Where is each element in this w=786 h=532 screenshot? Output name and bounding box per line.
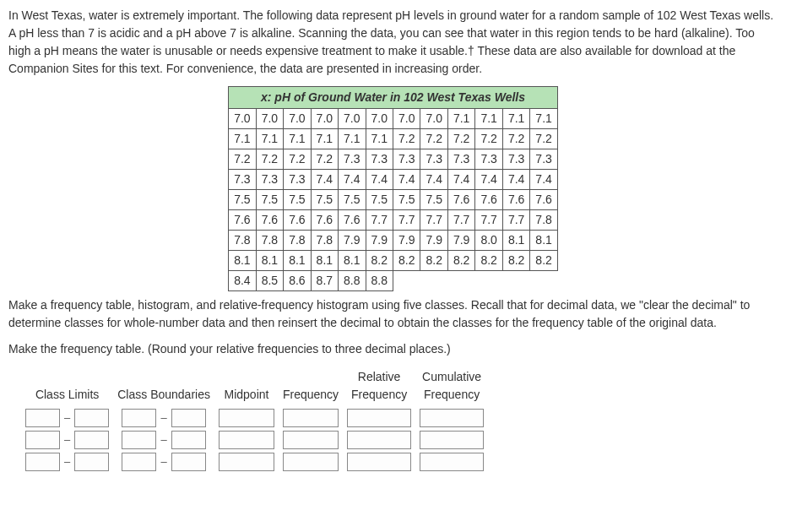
ph-data-cell: 8.2 [447,251,474,271]
ph-data-cell: 7.0 [256,109,283,129]
frequency-input[interactable] [283,409,339,427]
ph-data-cell: 8.1 [339,251,366,271]
ph-data-cell: 7.3 [339,149,366,170]
class_boundaries-upper-input[interactable] [171,409,206,427]
ph-data-cell: 7.3 [229,170,256,190]
rel_freq-input[interactable] [347,453,411,471]
ph-data-cell: 7.7 [393,210,420,231]
ph-data-cell: 8.1 [256,251,283,271]
class_boundaries-upper-input[interactable] [171,431,206,449]
ph-data-cell: 7.7 [475,210,502,231]
midpoint-input[interactable] [219,409,274,427]
ph-data-cell: 7.3 [530,149,557,170]
ph-data-cell: 7.9 [366,231,393,251]
ph-data-cell: 8.2 [366,251,393,271]
ph-data-cell: 7.8 [256,231,283,251]
freq-header-midpoint: Midpoint [225,370,269,404]
instructions-paragraph: Make a frequency table, histogram, and r… [8,296,778,332]
midpoint-input[interactable] [219,453,274,471]
frequency-input[interactable] [283,431,339,449]
ph-data-cell: 7.2 [229,149,256,170]
class_boundaries-upper-input[interactable] [171,453,206,471]
ph-data-cell: 7.1 [502,109,529,129]
frequency-table: Class Limits–––––Class Boundaries–––––Mi… [8,370,778,471]
class_limits-lower-input[interactable] [25,431,60,449]
range-separator: – [63,410,71,426]
ph-data-cell: 7.7 [366,210,393,231]
cum_freq-input[interactable] [420,453,484,471]
ph-data-cell: 7.9 [447,231,474,251]
ph-data-cell: 7.6 [339,210,366,231]
class_boundaries-lower-input[interactable] [122,431,156,449]
ph-data-cell: 7.5 [229,190,256,210]
ph-data-cell: 7.4 [420,170,447,190]
ph-data-cell: 7.9 [393,231,420,251]
ph-data-cell: 7.0 [229,109,256,129]
rel_freq-input[interactable] [347,409,411,427]
ph-data-cell: 7.6 [475,190,502,210]
ph-data-cell: 7.0 [284,109,311,129]
class_limits-lower-input[interactable] [25,453,60,471]
class_limits-upper-input[interactable] [74,453,109,471]
freq-col-class_boundaries: Class Boundaries––––– [117,370,210,471]
ph-data-cell: 7.8 [530,210,557,231]
ph-data-cell: 7.1 [530,109,557,129]
ph-data-cell: 7.4 [447,170,474,190]
range-separator: – [160,432,167,448]
ph-data-cell: 7.2 [420,129,447,149]
range-separator: – [63,453,71,470]
ph-data-cell: 8.5 [256,271,283,291]
cum_freq-input[interactable] [420,409,484,427]
ph-data-cell: 7.3 [420,149,447,170]
midpoint-input[interactable] [219,431,274,449]
ph-data-cell: 7.2 [475,129,502,149]
ph-data-cell: 7.6 [530,190,557,210]
ph-data-cell: 7.8 [311,231,338,251]
ph-data-cell: 7.3 [393,149,420,170]
ph-data-cell: 7.3 [475,149,502,170]
freq-header-rel_freq: Relative Frequency [351,370,407,404]
ph-data-cell: 7.1 [447,109,474,129]
ph-data-cell: 7.5 [393,190,420,210]
ph-data-cell: 8.0 [475,231,502,251]
ph-data-cell: 8.1 [284,251,311,271]
ph-data-cell: 7.0 [420,109,447,129]
ph-data-cell: 7.2 [447,129,474,149]
cum_freq-input[interactable] [420,431,484,449]
ph-data-cell: 7.1 [366,129,393,149]
range-separator: – [63,432,71,448]
ph-data-cell: 8.1 [229,251,256,271]
class_boundaries-lower-input[interactable] [122,453,156,471]
ph-data-cell: 7.2 [284,149,311,170]
ph-data-cell: 7.5 [339,190,366,210]
ph-data-cell: 7.1 [256,129,283,149]
ph-data-cell: 8.1 [502,231,529,251]
ph-data-cell: 7.4 [339,170,366,190]
ph-data-cell: 7.3 [447,149,474,170]
ph-data-cell: 7.9 [420,231,447,251]
ph-data-cell: 7.5 [256,190,283,210]
ph-data-cell: 7.6 [311,210,338,231]
ph-data-cell: 7.3 [502,149,529,170]
class_limits-lower-input[interactable] [25,409,60,427]
ph-data-cell: 7.3 [366,149,393,170]
ph-data-cell: 7.8 [284,231,311,251]
ph-data-cell: 7.2 [502,129,529,149]
freq-col-class_limits: Class Limits––––– [25,370,109,471]
ph-data-table: x: pH of Ground Water in 102 West Texas … [228,86,558,291]
ph-data-cell: 7.2 [393,129,420,149]
ph-data-cell: 7.1 [475,109,502,129]
class_boundaries-lower-input[interactable] [122,409,156,427]
frequency-input[interactable] [283,453,339,471]
ph-data-cell: 7.0 [393,109,420,129]
class_limits-upper-input[interactable] [74,409,109,427]
ph-data-cell: 7.4 [475,170,502,190]
ph-data-cell: 8.8 [366,271,393,291]
ph-data-cell: 7.1 [229,129,256,149]
rel_freq-input[interactable] [347,431,411,449]
ph-data-cell: 8.6 [284,271,311,291]
freq-header-class_boundaries: Class Boundaries [117,370,210,404]
class_limits-upper-input[interactable] [74,431,109,449]
ph-data-cell: 8.1 [311,251,338,271]
range-separator: – [160,410,167,426]
